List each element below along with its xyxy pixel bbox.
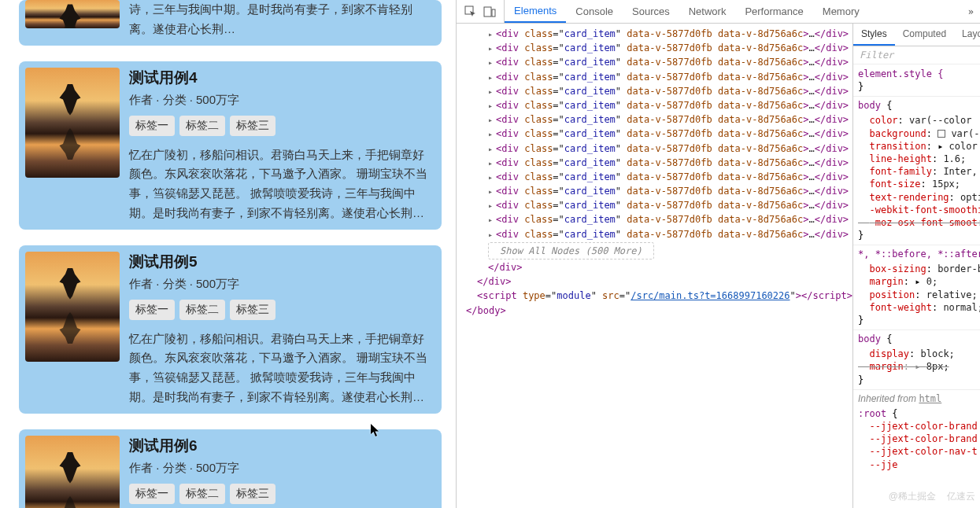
styles-sidebar: Styles Computed Layo Filter element.styl… — [852, 24, 980, 508]
svg-rect-2 — [492, 9, 495, 17]
svg-rect-1 — [484, 7, 491, 17]
tag[interactable]: 标签三 — [230, 300, 276, 320]
tag[interactable]: 标签二 — [179, 116, 225, 136]
device-toolbar-icon[interactable] — [483, 6, 496, 18]
card-meta: 作者 · 分类 · 500万字 — [129, 277, 435, 292]
card-body: 诗，三年与我闽中期。是时我尚有妻子，到家不肯轻别离。遂使君心长荆… — [129, 0, 435, 39]
tab-elements[interactable]: Elements — [505, 0, 566, 23]
card-description: 诗，三年与我闽中期。是时我尚有妻子，到家不肯轻别离。遂使君心长荆… — [129, 0, 435, 39]
card-thumbnail — [25, 68, 120, 178]
tag[interactable]: 标签三 — [230, 484, 276, 504]
more-tabs-icon[interactable]: » — [962, 6, 980, 17]
card-meta: 作者 · 分类 · 500万字 — [129, 93, 435, 108]
card-body: 测试用例6 作者 · 分类 · 500万字 标签一 标签二 标签三 忆在广陵初，… — [129, 436, 435, 509]
card-item[interactable]: 测试用例4 作者 · 分类 · 500万字 标签一 标签二 标签三 忆在广陵初，… — [19, 61, 442, 230]
tab-sources[interactable]: Sources — [623, 0, 679, 23]
card-title: 测试用例4 — [129, 68, 435, 88]
tab-memory[interactable]: Memory — [813, 0, 869, 23]
card-item[interactable]: 测试用例5 作者 · 分类 · 500万字 标签一 标签二 标签三 忆在广陵初，… — [19, 245, 442, 414]
card-title: 测试用例6 — [129, 436, 435, 456]
inspect-element-icon[interactable] — [464, 6, 477, 18]
card-item[interactable]: 测试用例6 作者 · 分类 · 500万字 标签一 标签二 标签三 忆在广陵初，… — [19, 429, 442, 509]
tag[interactable]: 标签一 — [129, 116, 175, 136]
card-thumbnail — [25, 436, 120, 509]
tab-layout[interactable]: Layo — [954, 24, 980, 46]
devtools-toolbar: Elements Console Sources Network Perform… — [457, 0, 980, 24]
devtools-panel: Elements Console Sources Network Perform… — [456, 0, 980, 508]
card-thumbnail — [25, 252, 120, 362]
card-body: 测试用例4 作者 · 分类 · 500万字 标签一 标签二 标签三 忆在广陵初，… — [129, 68, 435, 223]
devtools-tabs: Elements Console Sources Network Perform… — [505, 0, 869, 23]
styles-rules[interactable]: element.style {}body { color: var(--colo… — [853, 64, 980, 508]
tag[interactable]: 标签一 — [129, 484, 175, 504]
elements-tree[interactable]: ▸<div class="card_item" data-v-5877d0fb … — [457, 24, 852, 508]
card-tags: 标签一 标签二 标签三 — [129, 484, 435, 504]
tag[interactable]: 标签三 — [230, 116, 276, 136]
tag[interactable]: 标签二 — [179, 300, 225, 320]
tab-performance[interactable]: Performance — [735, 0, 812, 23]
tab-console[interactable]: Console — [566, 0, 623, 23]
tag[interactable]: 标签一 — [129, 300, 175, 320]
tab-network[interactable]: Network — [679, 0, 736, 23]
card-tags: 标签一 标签二 标签三 — [129, 116, 435, 136]
card-description: 忆在广陵初，移船问相识。君骑白马天上来，手把铜章好颜色。东风衮衮吹落花，下马邀予… — [129, 145, 435, 223]
card-meta: 作者 · 分类 · 500万字 — [129, 461, 435, 476]
tab-styles[interactable]: Styles — [853, 24, 895, 46]
tab-computed[interactable]: Computed — [895, 24, 954, 46]
tag[interactable]: 标签二 — [179, 484, 225, 504]
card-item[interactable]: 诗，三年与我闽中期。是时我尚有妻子，到家不肯轻别离。遂使君心长荆… — [19, 0, 442, 46]
card-description: 忆在广陵初，移船问相识。君骑白马天上来，手把铜章好颜色。东风衮衮吹落花，下马邀予… — [129, 329, 435, 407]
card-body: 测试用例5 作者 · 分类 · 500万字 标签一 标签二 标签三 忆在广陵初，… — [129, 252, 435, 407]
card-thumbnail — [25, 0, 120, 28]
styles-filter[interactable]: Filter — [853, 46, 980, 64]
card-list[interactable]: 诗，三年与我闽中期。是时我尚有妻子，到家不肯轻别离。遂使君心长荆… 测试用例4 … — [0, 0, 456, 508]
card-tags: 标签一 标签二 标签三 — [129, 300, 435, 320]
card-title: 测试用例5 — [129, 252, 435, 272]
